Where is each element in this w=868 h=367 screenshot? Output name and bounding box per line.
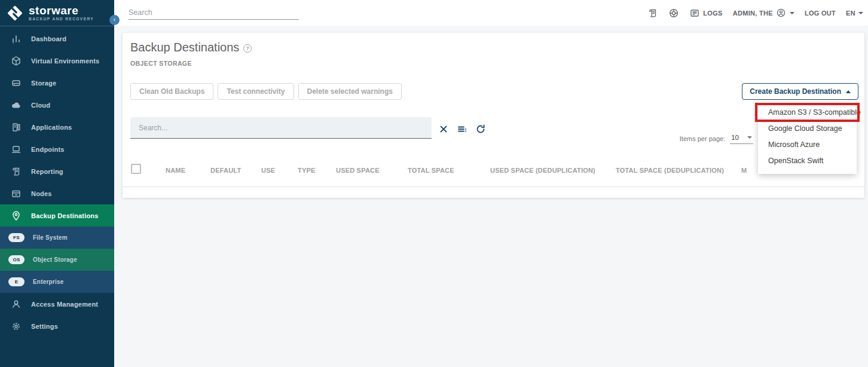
applications-icon xyxy=(10,121,22,133)
column-m-truncated[interactable]: M xyxy=(741,167,747,174)
user-menu[interactable]: ADMIN, THE xyxy=(733,8,794,19)
clean-old-backups-button[interactable]: Clean Old Backups xyxy=(130,83,213,100)
e-badge: E xyxy=(8,277,25,286)
language-menu[interactable]: EN xyxy=(846,10,863,17)
sidebar-item-access-management[interactable]: Access Management xyxy=(0,293,114,315)
cloud-icon xyxy=(10,99,22,111)
menu-item-microsoft-azure[interactable]: Microsoft Azure xyxy=(758,136,857,152)
sidebar-item-label: Endpoints xyxy=(31,146,65,153)
storware-logo-icon xyxy=(6,4,24,22)
sidebar-item-label: Nodes xyxy=(31,190,52,197)
column-used-space[interactable]: USED SPACE xyxy=(336,167,380,174)
sidebar-item-label: Object Storage xyxy=(33,256,77,263)
sidebar-item-label: Dashboard xyxy=(31,35,66,42)
logs-icon xyxy=(689,8,700,19)
cube-icon xyxy=(10,55,22,67)
global-search-input[interactable] xyxy=(129,5,299,20)
os-badge: OS xyxy=(8,255,25,264)
sidebar-item-applications[interactable]: Applications xyxy=(0,116,114,138)
sidebar-item-label: Reporting xyxy=(31,168,63,175)
column-use[interactable]: USE xyxy=(261,167,275,174)
sidebar-item-dashboard[interactable]: Dashboard xyxy=(0,27,114,50)
location-pin-icon xyxy=(10,210,22,222)
gear-icon xyxy=(10,320,22,332)
sidebar-item-storage[interactable]: Storage xyxy=(0,72,114,94)
sidebar-item-backup-destinations[interactable]: Backup Destinations xyxy=(0,204,114,227)
sidebar-collapse-button[interactable]: ‹ xyxy=(109,15,120,25)
section-subtitle: OBJECT STORAGE xyxy=(130,60,192,67)
account-icon xyxy=(776,8,787,19)
chevron-down-icon xyxy=(790,12,794,14)
sidebar: storware BACKUP AND RECOVERY Dashboard V… xyxy=(0,0,114,367)
sidebar-item-reporting[interactable]: Reporting xyxy=(0,160,114,182)
drive-icon xyxy=(10,77,22,89)
test-connectivity-button[interactable]: Test connectivity xyxy=(218,83,294,100)
sidebar-item-label: Cloud xyxy=(31,102,50,109)
sidebar-item-label: Access Management xyxy=(31,301,98,308)
sidebar-item-nodes[interactable]: Nodes xyxy=(0,182,114,204)
sidebar-item-label: Backup Destinations xyxy=(31,212,99,219)
column-used-space-dedup[interactable]: USED SPACE (DEDUPLICATION) xyxy=(490,167,595,174)
brand-tagline: BACKUP AND RECOVERY xyxy=(29,17,94,22)
topbar: LOGS ADMIN, THE LOG OUT EN xyxy=(114,0,868,26)
items-per-page: Items per page: 10 xyxy=(680,133,753,144)
sidebar-item-label: Storage xyxy=(31,79,56,87)
items-per-page-label: Items per page: xyxy=(680,135,725,142)
help-icon[interactable]: ? xyxy=(243,44,252,53)
user-label: ADMIN, THE xyxy=(733,10,773,17)
sidebar-item-label: Settings xyxy=(31,323,58,330)
sidebar-item-cloud[interactable]: Cloud xyxy=(0,94,114,116)
sidebar-item-label: Applications xyxy=(31,124,72,131)
menu-item-google-cloud-storage[interactable]: Google Cloud Storage xyxy=(758,120,857,136)
select-all-checkbox[interactable] xyxy=(131,164,141,174)
logs-label: LOGS xyxy=(703,10,722,17)
delete-selected-warnings-button[interactable]: Delete selected warnings xyxy=(298,83,402,100)
refresh-icon[interactable] xyxy=(475,124,486,134)
tasks-icon[interactable] xyxy=(647,8,658,19)
items-per-page-select[interactable]: 10 xyxy=(730,133,753,144)
menu-item-openstack-swift[interactable]: OpenStack Swift xyxy=(758,152,857,169)
backup-destinations-card: Backup Destinations ? OBJECT STORAGE Cle… xyxy=(123,33,864,198)
person-icon xyxy=(10,298,22,310)
support-wheel-icon[interactable] xyxy=(668,8,679,19)
page-title: Backup Destinations xyxy=(130,41,239,54)
sidebar-item-endpoints[interactable]: Endpoints xyxy=(0,138,114,160)
brand-name: storware xyxy=(29,5,94,16)
bar-chart-icon xyxy=(10,33,22,45)
column-name[interactable]: NAME xyxy=(166,167,185,174)
sidebar-item-file-system[interactable]: FS File System xyxy=(0,227,114,249)
sidebar-item-label: Enterprise xyxy=(33,279,63,285)
create-backup-destination-button[interactable]: Create Backup Destination xyxy=(742,83,858,100)
logs-button[interactable]: LOGS xyxy=(689,8,722,19)
column-type[interactable]: TYPE xyxy=(298,167,316,174)
logo: storware BACKUP AND RECOVERY xyxy=(0,0,114,26)
logout-label: LOG OUT xyxy=(805,10,836,17)
chevron-up-icon xyxy=(846,90,851,93)
column-default[interactable]: DEFAULT xyxy=(210,167,241,174)
clear-search-icon[interactable] xyxy=(438,124,449,134)
sidebar-item-virtual-environments[interactable]: Virtual Environments xyxy=(0,50,114,72)
sidebar-nav: Dashboard Virtual Environments Storage C… xyxy=(0,27,114,337)
column-total-space-dedup[interactable]: TOTAL SPACE (DEDUPLICATION) xyxy=(616,167,724,174)
scroll-icon xyxy=(10,166,22,178)
laptop-icon xyxy=(10,143,22,155)
content-area: Backup Destinations ? OBJECT STORAGE Cle… xyxy=(114,26,868,367)
sidebar-item-label: File System xyxy=(33,234,68,241)
menu-item-amazon-s3[interactable]: Amazon S3 / S3-compatible xyxy=(758,104,857,120)
logout-button[interactable]: LOG OUT xyxy=(805,10,836,17)
table-header: NAME DEFAULT USE TYPE USED SPACE TOTAL S… xyxy=(123,158,864,187)
column-total-space[interactable]: TOTAL SPACE xyxy=(408,167,454,174)
chevron-down-icon xyxy=(747,136,752,139)
create-destination-menu: Amazon S3 / S3-compatible Google Cloud S… xyxy=(758,102,857,174)
column-filter-icon[interactable] xyxy=(457,124,467,134)
table-search-input[interactable] xyxy=(130,117,432,139)
sidebar-item-settings[interactable]: Settings xyxy=(0,315,114,337)
box-icon xyxy=(10,188,22,200)
fs-badge: FS xyxy=(8,233,25,242)
sidebar-item-object-storage[interactable]: OS Object Storage xyxy=(0,249,114,271)
language-label: EN xyxy=(846,10,855,17)
sidebar-item-label: Virtual Environments xyxy=(31,57,99,65)
items-per-page-value: 10 xyxy=(731,134,739,141)
create-button-label: Create Backup Destination xyxy=(750,87,841,96)
sidebar-item-enterprise[interactable]: E Enterprise xyxy=(0,271,114,293)
